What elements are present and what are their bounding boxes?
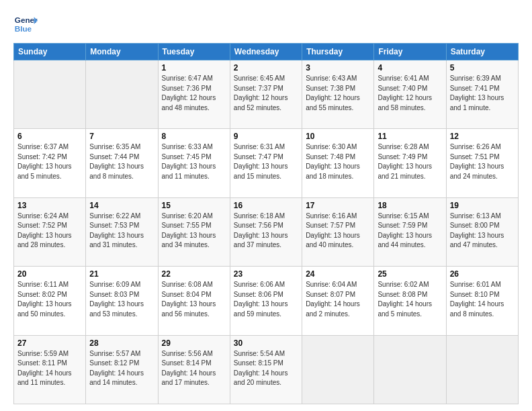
day-cell: 8Sunrise: 6:33 AM Sunset: 7:45 PM Daylig… (158, 129, 230, 197)
day-number: 5 (450, 63, 515, 73)
day-number: 12 (450, 132, 515, 141)
day-cell: 7Sunrise: 6:35 AM Sunset: 7:44 PM Daylig… (86, 129, 158, 197)
header: General Blue (13, 12, 519, 36)
week-row-3: 13Sunrise: 6:24 AM Sunset: 7:52 PM Dayli… (14, 197, 519, 266)
day-number: 14 (89, 201, 154, 210)
day-info: Sunrise: 6:16 AM Sunset: 7:57 PM Dayligh… (306, 212, 370, 250)
day-number: 28 (89, 338, 154, 348)
day-number: 9 (234, 132, 298, 141)
day-info: Sunrise: 6:02 AM Sunset: 8:08 PM Dayligh… (378, 280, 442, 319)
day-info: Sunrise: 6:22 AM Sunset: 7:53 PM Dayligh… (89, 212, 154, 250)
day-number: 11 (378, 132, 442, 141)
day-info: Sunrise: 6:33 AM Sunset: 7:45 PM Dayligh… (162, 142, 226, 181)
day-header-tuesday: Tuesday (158, 44, 230, 60)
day-info: Sunrise: 6:15 AM Sunset: 7:59 PM Dayligh… (378, 212, 442, 250)
day-info: Sunrise: 6:47 AM Sunset: 7:36 PM Dayligh… (162, 74, 226, 113)
day-info: Sunrise: 6:01 AM Sunset: 8:10 PM Dayligh… (450, 280, 515, 319)
day-cell: 4Sunrise: 6:41 AM Sunset: 7:40 PM Daylig… (374, 60, 446, 129)
day-number: 19 (450, 201, 515, 210)
day-cell: 30Sunrise: 5:54 AM Sunset: 8:15 PM Dayli… (230, 335, 302, 404)
day-cell: 10Sunrise: 6:30 AM Sunset: 7:48 PM Dayli… (302, 129, 374, 197)
logo-icon: General Blue (13, 12, 38, 36)
day-header-monday: Monday (86, 44, 158, 60)
day-number: 20 (17, 269, 82, 279)
calendar-header: SundayMondayTuesdayWednesdayThursdayFrid… (14, 44, 519, 60)
day-info: Sunrise: 6:04 AM Sunset: 8:07 PM Dayligh… (306, 280, 370, 319)
day-info: Sunrise: 5:57 AM Sunset: 8:12 PM Dayligh… (89, 349, 154, 388)
day-info: Sunrise: 6:37 AM Sunset: 7:42 PM Dayligh… (17, 142, 82, 181)
day-cell: 1Sunrise: 6:47 AM Sunset: 7:36 PM Daylig… (158, 60, 230, 129)
day-number: 6 (17, 132, 82, 141)
day-cell: 9Sunrise: 6:31 AM Sunset: 7:47 PM Daylig… (230, 129, 302, 197)
day-cell: 29Sunrise: 5:56 AM Sunset: 8:14 PM Dayli… (158, 335, 230, 404)
day-number: 15 (162, 201, 226, 210)
week-row-2: 6Sunrise: 6:37 AM Sunset: 7:42 PM Daylig… (14, 129, 519, 197)
day-info: Sunrise: 6:11 AM Sunset: 8:02 PM Dayligh… (17, 280, 82, 319)
day-cell: 3Sunrise: 6:43 AM Sunset: 7:38 PM Daylig… (302, 60, 374, 129)
day-number: 4 (378, 63, 442, 73)
day-info: Sunrise: 6:09 AM Sunset: 8:03 PM Dayligh… (89, 280, 154, 319)
day-cell: 17Sunrise: 6:16 AM Sunset: 7:57 PM Dayli… (302, 197, 374, 266)
day-info: Sunrise: 6:24 AM Sunset: 7:52 PM Dayligh… (17, 212, 82, 250)
day-number: 26 (450, 269, 515, 279)
day-number: 8 (162, 132, 226, 141)
day-cell: 14Sunrise: 6:22 AM Sunset: 7:53 PM Dayli… (86, 197, 158, 266)
svg-text:Blue: Blue (15, 24, 32, 33)
day-info: Sunrise: 6:06 AM Sunset: 8:06 PM Dayligh… (234, 280, 298, 319)
day-number: 10 (306, 132, 370, 141)
day-cell: 13Sunrise: 6:24 AM Sunset: 7:52 PM Dayli… (14, 197, 86, 266)
day-cell: 28Sunrise: 5:57 AM Sunset: 8:12 PM Dayli… (86, 335, 158, 404)
day-number: 21 (89, 269, 154, 279)
day-number: 23 (234, 269, 298, 279)
day-number: 24 (306, 269, 370, 279)
day-cell: 24Sunrise: 6:04 AM Sunset: 8:07 PM Dayli… (302, 267, 374, 335)
day-number: 22 (162, 269, 226, 279)
day-info: Sunrise: 6:28 AM Sunset: 7:49 PM Dayligh… (378, 142, 442, 181)
day-cell: 26Sunrise: 6:01 AM Sunset: 8:10 PM Dayli… (446, 267, 518, 335)
day-number: 25 (378, 269, 442, 279)
day-info: Sunrise: 6:20 AM Sunset: 7:55 PM Dayligh… (162, 212, 226, 250)
day-cell: 15Sunrise: 6:20 AM Sunset: 7:55 PM Dayli… (158, 197, 230, 266)
day-number: 3 (306, 63, 370, 73)
day-cell: 18Sunrise: 6:15 AM Sunset: 7:59 PM Dayli… (374, 197, 446, 266)
day-header-wednesday: Wednesday (230, 44, 302, 60)
day-number: 2 (234, 63, 298, 73)
day-number: 13 (17, 201, 82, 210)
day-header-sunday: Sunday (14, 44, 86, 60)
day-cell (86, 60, 158, 129)
day-header-thursday: Thursday (302, 44, 374, 60)
day-number: 7 (89, 132, 154, 141)
logo: General Blue (13, 12, 38, 36)
day-cell (302, 335, 374, 404)
day-cell: 25Sunrise: 6:02 AM Sunset: 8:08 PM Dayli… (374, 267, 446, 335)
day-cell (14, 60, 86, 129)
day-info: Sunrise: 6:35 AM Sunset: 7:44 PM Dayligh… (89, 142, 154, 181)
week-row-5: 27Sunrise: 5:59 AM Sunset: 8:11 PM Dayli… (14, 335, 519, 404)
day-info: Sunrise: 5:54 AM Sunset: 8:15 PM Dayligh… (234, 349, 298, 388)
day-cell: 19Sunrise: 6:13 AM Sunset: 8:00 PM Dayli… (446, 197, 518, 266)
day-cell: 21Sunrise: 6:09 AM Sunset: 8:03 PM Dayli… (86, 267, 158, 335)
day-info: Sunrise: 6:13 AM Sunset: 8:00 PM Dayligh… (450, 212, 515, 250)
day-cell: 16Sunrise: 6:18 AM Sunset: 7:56 PM Dayli… (230, 197, 302, 266)
day-number: 17 (306, 201, 370, 210)
day-number: 1 (162, 63, 226, 73)
day-info: Sunrise: 6:08 AM Sunset: 8:04 PM Dayligh… (162, 280, 226, 319)
day-info: Sunrise: 6:18 AM Sunset: 7:56 PM Dayligh… (234, 212, 298, 250)
week-row-4: 20Sunrise: 6:11 AM Sunset: 8:02 PM Dayli… (14, 267, 519, 335)
day-cell: 27Sunrise: 5:59 AM Sunset: 8:11 PM Dayli… (14, 335, 86, 404)
day-info: Sunrise: 6:30 AM Sunset: 7:48 PM Dayligh… (306, 142, 370, 181)
day-cell (374, 335, 446, 404)
week-row-1: 1Sunrise: 6:47 AM Sunset: 7:36 PM Daylig… (14, 60, 519, 129)
day-number: 27 (17, 338, 82, 348)
calendar-body: 1Sunrise: 6:47 AM Sunset: 7:36 PM Daylig… (14, 60, 519, 404)
day-number: 16 (234, 201, 298, 210)
day-cell: 23Sunrise: 6:06 AM Sunset: 8:06 PM Dayli… (230, 267, 302, 335)
day-number: 29 (162, 338, 226, 348)
day-number: 18 (378, 201, 442, 210)
day-cell: 22Sunrise: 6:08 AM Sunset: 8:04 PM Dayli… (158, 267, 230, 335)
day-header-friday: Friday (374, 44, 446, 60)
day-info: Sunrise: 6:43 AM Sunset: 7:38 PM Dayligh… (306, 74, 370, 113)
day-info: Sunrise: 5:59 AM Sunset: 8:11 PM Dayligh… (17, 349, 82, 388)
day-cell: 12Sunrise: 6:26 AM Sunset: 7:51 PM Dayli… (446, 129, 518, 197)
day-info: Sunrise: 6:39 AM Sunset: 7:41 PM Dayligh… (450, 74, 515, 113)
